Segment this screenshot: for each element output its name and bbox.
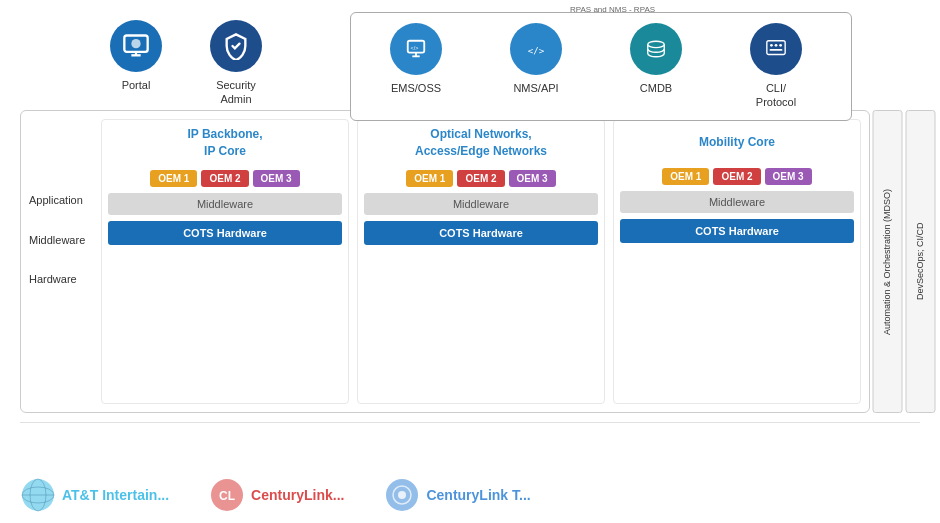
security-admin-icon-circle [210,20,262,72]
cli-protocol-label: CLI/Protocol [756,81,796,110]
ip-backbone-middleware: Middleware [108,193,342,215]
mobility-oem-row: OEM 1 OEM 2 OEM 3 [620,168,854,185]
cli-protocol-icon-circle [750,23,802,75]
svg-text:</>: </> [411,45,419,51]
ems-oss-item: </> EMS/OSS [371,23,461,110]
optical-networks-title: Optical Networks,Access/Edge Networks [364,126,598,160]
shield-svg-icon [222,32,250,60]
ip-backbone-cots: COTS Hardware [108,221,342,245]
svg-rect-14 [770,49,783,51]
portal-icon-circle [110,20,162,72]
logo2-icon: CL [209,477,245,513]
svg-rect-10 [767,41,785,55]
svg-point-27 [398,491,406,499]
logo1-icon [20,477,56,513]
portal-label: Portal [122,78,151,92]
right-labels-container: Automation & Orchestration (MDSO) DevSec… [873,110,935,413]
logo3-icon [384,477,420,513]
optical-oem3: OEM 3 [509,170,556,187]
mobility-core-column: Mobility Core OEM 1 OEM 2 OEM 3 Middlewa… [613,119,861,404]
nms-api-label: NMS/API [513,81,558,95]
ip-backbone-oem3: OEM 3 [253,170,300,187]
logo1-text: AT&T Intertain... [62,487,169,503]
portal-svg-icon [122,32,150,60]
cmdb-item: CMDB [611,23,701,110]
cmdb-label: CMDB [640,81,672,95]
nms-api-icon-circle: </> [510,23,562,75]
ip-backbone-title: IP Backbone,IP Core [108,126,342,160]
optical-networks-column: Optical Networks,Access/Edge Networks OE… [357,119,605,404]
middleware-label: Middleware [29,221,85,259]
logo2-item: CL CenturyLink... [209,477,344,513]
mobility-oem2: OEM 2 [713,168,760,185]
divider-line [20,422,920,423]
bottom-logos: AT&T Intertain... CL CenturyLink... Cent… [20,477,920,513]
svg-text:</>: </> [528,45,545,56]
inner-box: Application Middleware Hardware IP Backb… [20,110,870,413]
mobility-core-title: Mobility Core [620,126,854,158]
ip-backbone-column: IP Backbone,IP Core OEM 1 OEM 2 OEM 3 Mi… [101,119,349,404]
main-container: RPAS and NMS - RPAS Integration Platform… [0,0,940,523]
logo2-text: CenturyLink... [251,487,344,503]
svg-point-11 [770,44,773,47]
svg-point-16 [131,39,140,48]
automation-label: Automation & Orchestration (MDSO) [873,110,903,413]
ems-oss-label: EMS/OSS [391,81,441,95]
ip-backbone-oem-row: OEM 1 OEM 2 OEM 3 [108,170,342,187]
portal-item: Portal [110,20,162,92]
mobility-oem1: OEM 1 [662,168,709,185]
svg-text:CL: CL [219,489,235,503]
optical-middleware: Middleware [364,193,598,215]
devsecops-label: DevSecOps; CI/CD [906,110,936,413]
optical-cots: COTS Hardware [364,221,598,245]
mobility-cots: COTS Hardware [620,219,854,243]
hardware-label: Hardware [29,259,85,299]
svg-point-13 [779,44,782,47]
application-label: Application [29,179,85,221]
optical-oem2: OEM 2 [457,170,504,187]
svg-point-12 [775,44,778,47]
columns-container: IP Backbone,IP Core OEM 1 OEM 2 OEM 3 Mi… [101,119,861,404]
nms-api-item: </> NMS/API [491,23,581,110]
optical-oem1: OEM 1 [406,170,453,187]
optical-oem-row: OEM 1 OEM 2 OEM 3 [364,170,598,187]
mobility-middleware: Middleware [620,191,854,213]
cmdb-icon-circle [630,23,682,75]
svg-point-9 [648,41,665,47]
cli-protocol-item: CLI/Protocol [731,23,821,110]
security-admin-label: SecurityAdmin [216,78,256,107]
logo3-item: CenturyLink T... [384,477,530,513]
logo1-item: AT&T Intertain... [20,477,169,513]
ip-backbone-oem1: OEM 1 [150,170,197,187]
ems-box: </> EMS/OSS </> NMS/API CMDB CLI/Protoco… [350,12,852,121]
ems-oss-icon-circle: </> [390,23,442,75]
ip-backbone-oem2: OEM 2 [201,170,248,187]
mobility-oem3: OEM 3 [765,168,812,185]
left-labels: Application Middleware Hardware [29,179,85,299]
logo3-text: CenturyLink T... [426,487,530,503]
security-admin-item: SecurityAdmin [210,20,262,107]
